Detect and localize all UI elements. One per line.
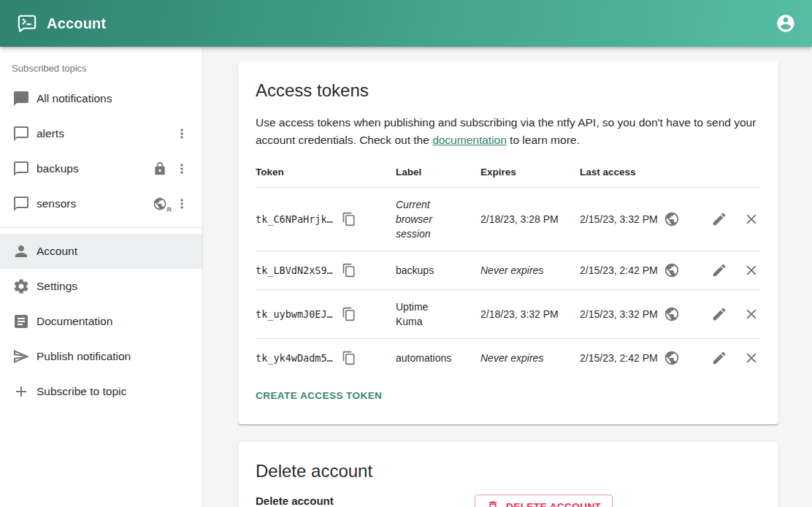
sidebar-item-settings[interactable]: Settings (0, 269, 202, 304)
globe-icon (664, 262, 680, 278)
token-value: tk_LBVdN2xS9… (256, 263, 333, 278)
more-vert-icon (175, 161, 189, 176)
copy-icon (342, 263, 356, 278)
token-value: tk_yk4wDadm5… (256, 351, 333, 365)
sidebar-item-label: alerts (37, 127, 173, 140)
sidebar-item-publish-notification[interactable]: Publish notification (0, 339, 202, 374)
access-tokens-card: Access tokens Use access tokens when pub… (238, 61, 778, 424)
main-content: Access tokens Use access tokens when pub… (203, 47, 812, 507)
sidebar: Subscribed topics All notifications aler… (0, 47, 203, 507)
gear-icon (12, 278, 30, 295)
account-menu-button[interactable] (771, 9, 800, 38)
table-row: tk_C6NPaHrjk… Current browser session 2/… (256, 188, 761, 251)
delete-token-button[interactable] (742, 261, 761, 280)
send-icon (12, 348, 30, 365)
topic-menu-button[interactable] (173, 160, 191, 178)
sidebar-item-alerts[interactable]: alerts (0, 116, 202, 151)
token-expires: Never expires (480, 351, 580, 365)
account-circle-icon (775, 13, 796, 34)
table-row: tk_LBVdN2xS9… backups Never expires 2/15… (256, 251, 761, 290)
delete-account-button[interactable]: DELETE ACCOUNT (475, 495, 613, 507)
more-vert-icon (175, 197, 189, 211)
copy-icon (342, 351, 356, 365)
trash-icon (486, 500, 499, 507)
sidebar-item-account[interactable]: Account (0, 234, 202, 269)
topic-menu-button[interactable] (173, 125, 191, 142)
copy-token-button[interactable] (342, 351, 356, 365)
token-last-access: 2/15/23, 2:42 PM (580, 263, 658, 278)
sidebar-item-label: Documentation (37, 315, 191, 328)
token-last-access: 2/15/23, 2:42 PM (580, 351, 658, 365)
col-header-last-access: Last access (580, 165, 688, 180)
reserved-marker: R (167, 206, 172, 213)
col-header-expires: Expires (480, 165, 580, 180)
documentation-link[interactable]: documentation (432, 134, 507, 146)
sidebar-item-documentation[interactable]: Documentation (0, 304, 202, 339)
table-row: tk_yk4wDadm5… automations Never expires … (256, 339, 761, 377)
token-expires: 2/18/23, 3:28 PM (480, 212, 580, 226)
col-header-token: Token (256, 165, 396, 180)
token-expires: 2/18/23, 3:32 PM (480, 307, 580, 321)
sidebar-item-label: backups (37, 162, 153, 175)
sidebar-item-label: Account (37, 245, 191, 258)
table-row: tk_uybwmJ0EJ… Uptime Kuma 2/18/23, 3:32 … (256, 290, 761, 339)
sidebar-item-sensors[interactable]: sensors R (0, 186, 202, 221)
pencil-icon (711, 211, 727, 227)
chat-outline-icon (12, 125, 30, 142)
chat-filled-icon (12, 90, 30, 107)
token-label: Uptime Kuma (396, 300, 456, 329)
access-tokens-description: Use access tokens when publishing and su… (256, 114, 761, 149)
sidebar-item-backups[interactable]: backups (0, 151, 202, 186)
copy-token-button[interactable] (342, 212, 356, 226)
globe-icon (664, 306, 680, 322)
token-last-access: 2/15/23, 3:32 PM (580, 307, 658, 321)
sidebar-item-label: Settings (37, 280, 191, 293)
sidebar-item-label: Subscribe to topic (37, 385, 191, 398)
sidebar-item-label: All notifications (37, 92, 191, 105)
delete-token-button (742, 210, 761, 229)
col-header-label: Label (396, 165, 480, 180)
edit-token-button[interactable] (710, 305, 729, 324)
delete-account-row: Delete account Permanently delete your a… (256, 495, 761, 507)
token-value: tk_uybwmJ0EJ… (256, 307, 333, 321)
edit-token-button (710, 210, 729, 229)
chat-outline-icon (12, 195, 30, 213)
globe-icon (664, 211, 680, 227)
sidebar-item-all-notifications[interactable]: All notifications (0, 81, 202, 116)
access-tokens-title: Access tokens (256, 80, 761, 101)
token-label: Current browser session (396, 197, 456, 241)
close-icon (743, 262, 759, 278)
copy-icon (342, 212, 356, 226)
globe-icon (664, 350, 680, 366)
reserved-topic-globe-icon: R (153, 197, 167, 211)
topic-menu-button[interactable] (173, 195, 191, 213)
copy-token-button[interactable] (342, 307, 356, 321)
access-tokens-table: Token Label Expires Last access tk_C6NPa… (256, 158, 761, 377)
sidebar-item-label: Publish notification (37, 350, 191, 363)
edit-token-button[interactable] (710, 348, 729, 367)
plus-icon (12, 383, 30, 400)
edit-token-button[interactable] (710, 261, 729, 280)
delete-token-button[interactable] (742, 305, 761, 324)
token-expires: Never expires (480, 263, 580, 278)
table-header-row: Token Label Expires Last access (256, 158, 761, 188)
sidebar-item-subscribe-to-topic[interactable]: Subscribe to topic (0, 374, 202, 409)
sidebar-divider (0, 227, 202, 228)
copy-token-button[interactable] (342, 263, 356, 278)
token-value: tk_C6NPaHrjk… (256, 212, 333, 226)
token-label: backups (396, 263, 456, 278)
person-icon (12, 243, 30, 260)
lock-icon (153, 161, 167, 176)
create-access-token-button[interactable]: CREATE ACCESS TOKEN (250, 384, 388, 407)
delete-account-title: Delete account (256, 461, 761, 481)
delete-account-card: Delete account Delete account Permanentl… (238, 442, 778, 507)
delete-token-button[interactable] (742, 348, 761, 367)
pencil-icon (711, 306, 727, 322)
copy-icon (342, 307, 356, 321)
delete-account-row-title: Delete account (256, 495, 475, 507)
subscribed-topics-label: Subscribed topics (0, 53, 202, 81)
chat-outline-icon (12, 160, 30, 178)
close-icon (743, 350, 759, 366)
token-last-access: 2/15/23, 3:32 PM (580, 212, 658, 226)
close-icon (743, 306, 759, 322)
